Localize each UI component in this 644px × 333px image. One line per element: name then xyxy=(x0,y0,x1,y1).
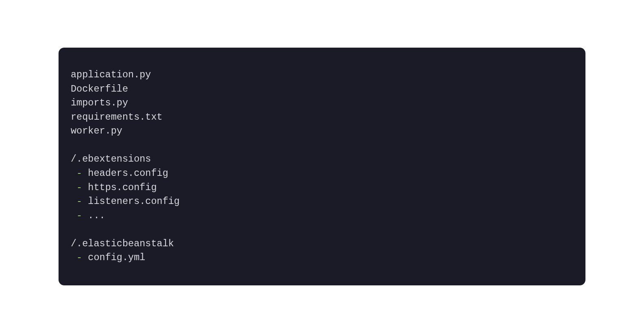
code-line: /.ebextensions xyxy=(71,152,573,166)
list-dash: - xyxy=(76,182,82,193)
code-line: imports.py xyxy=(71,96,573,110)
list-dash: - xyxy=(76,210,82,221)
code-text: worker.py xyxy=(71,125,122,136)
code-text: config.yml xyxy=(88,252,145,263)
code-text: requirements.txt xyxy=(71,112,163,123)
code-line: - listeners.config xyxy=(71,195,573,209)
code-text: application.py xyxy=(71,69,151,80)
code-text: listeners.config xyxy=(88,196,180,207)
list-dash: - xyxy=(76,196,82,207)
code-line: worker.py xyxy=(71,124,573,138)
code-line: - config.yml xyxy=(71,251,573,265)
code-text: https.config xyxy=(88,182,157,193)
code-text: headers.config xyxy=(88,168,168,179)
code-line: - https.config xyxy=(71,181,573,195)
code-line xyxy=(71,138,573,153)
code-line: - ... xyxy=(71,209,573,223)
code-text: /.elasticbeanstalk xyxy=(71,238,174,249)
code-text: Dockerfile xyxy=(71,83,128,94)
code-line: Dockerfile xyxy=(71,82,573,96)
code-line: - headers.config xyxy=(71,166,573,181)
list-dash: - xyxy=(76,252,82,263)
code-text: ... xyxy=(88,210,105,221)
code-line: requirements.txt xyxy=(71,110,573,125)
code-text: imports.py xyxy=(71,97,128,108)
code-line: /.elasticbeanstalk xyxy=(71,237,573,251)
code-text: /.ebextensions xyxy=(71,153,151,164)
code-line: application.py xyxy=(71,68,573,82)
code-line xyxy=(71,223,573,237)
code-block: application.pyDockerfileimports.pyrequir… xyxy=(59,48,585,285)
list-dash: - xyxy=(76,168,82,179)
